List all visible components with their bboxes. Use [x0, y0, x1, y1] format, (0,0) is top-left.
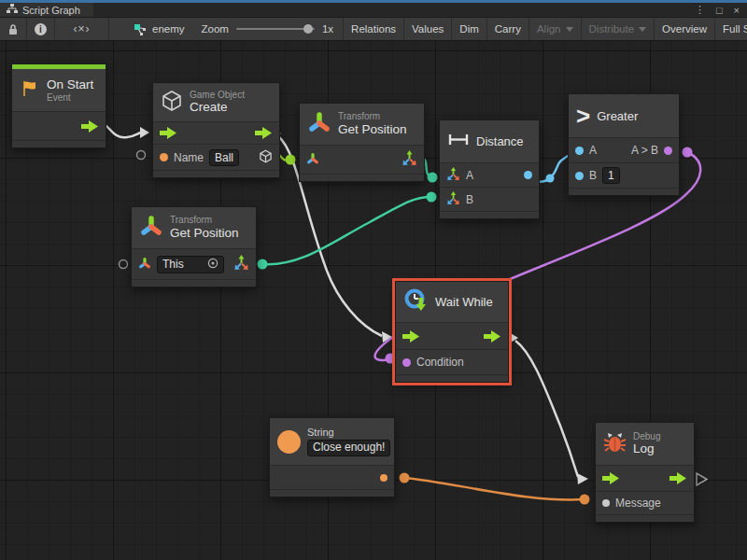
result-output-port[interactable]: [664, 147, 672, 155]
relations-button[interactable]: Relations: [343, 18, 403, 40]
distance-output-port[interactable]: [524, 171, 532, 179]
node-create-game-object[interactable]: Game Object Create Name Ball: [152, 82, 280, 178]
graph-toolbar: i ‹×› enemy Zoom 1x Relations: [0, 18, 747, 41]
string-output-port[interactable]: [380, 474, 388, 482]
code-view-icon: ‹×›: [74, 22, 91, 35]
zoom-slider-knob[interactable]: [303, 24, 313, 34]
transform-input-port[interactable]: [306, 152, 319, 168]
target-field[interactable]: This: [157, 256, 224, 273]
transform-icon: [139, 214, 163, 242]
node-header: Debug Log: [596, 423, 694, 466]
greater-icon: >: [576, 104, 590, 128]
flow-input-port[interactable]: [402, 330, 420, 343]
window-menu-icon[interactable]: ⋮: [695, 4, 705, 16]
node-footer: [440, 212, 539, 218]
transform-input-port[interactable]: [138, 257, 151, 273]
name-input-port[interactable]: [160, 153, 168, 161]
wait-while-icon: [403, 287, 429, 316]
gameobject-output-port[interactable]: [259, 149, 273, 166]
zoom-control: Zoom 1x: [192, 18, 344, 40]
fullscreen-button[interactable]: Full Screen: [714, 18, 747, 40]
input-a-port[interactable]: [575, 147, 584, 155]
flow-row: [596, 466, 694, 492]
position-output-port[interactable]: [233, 255, 249, 273]
node-header: Wait While: [396, 282, 508, 323]
name-field[interactable]: Ball: [209, 149, 239, 166]
flow-output-port[interactable]: [255, 127, 273, 139]
info-icon: i: [35, 23, 47, 35]
node-footer: [12, 141, 106, 147]
position-output-port[interactable]: [402, 150, 417, 169]
input-b-field[interactable]: 1: [602, 167, 620, 184]
overview-button[interactable]: Overview: [654, 18, 714, 40]
info-button[interactable]: i: [27, 18, 55, 40]
message-input-port[interactable]: [602, 499, 610, 507]
node-debug-log[interactable]: Debug Log Message: [595, 422, 695, 523]
target-value: This: [162, 258, 184, 271]
tab-bar: Script Graph ⋮ □ ×: [0, 3, 747, 18]
graph-name: enemy: [152, 23, 185, 35]
flow-input-port[interactable]: [160, 127, 177, 139]
output-row: [270, 466, 394, 490]
node-get-position-1[interactable]: Transform Get Position: [299, 103, 425, 182]
flow-output-port[interactable]: [669, 472, 687, 484]
node-wait-while[interactable]: Wait While Condition: [395, 281, 509, 383]
graph-icon: [134, 23, 147, 35]
node-greater[interactable]: > Greater A A > B B 1: [568, 93, 680, 196]
condition-label: Condition: [416, 356, 464, 369]
node-category: Transform: [170, 215, 239, 226]
node-title: Get Position: [338, 122, 407, 137]
node-header: String Close enough!: [270, 418, 394, 466]
node-category: Transform: [338, 111, 407, 122]
node-category: Debug: [633, 431, 660, 442]
input-a-row: A: [440, 163, 539, 188]
node-title: String: [307, 427, 390, 439]
vector3-input-port-a[interactable]: [446, 167, 460, 184]
node-footer: [569, 189, 679, 195]
node-header: > Greater: [569, 94, 679, 138]
graph-breadcrumb[interactable]: enemy: [109, 18, 192, 40]
maximize-icon[interactable]: □: [716, 5, 723, 16]
window-controls: ⋮ □ ×: [695, 3, 747, 17]
port-row: [300, 146, 424, 175]
node-footer: [596, 515, 694, 522]
node-header: Game Object Create: [153, 83, 279, 122]
name-row: Name Ball: [153, 145, 279, 171]
flow-row: [396, 323, 508, 350]
dim-button[interactable]: Dim: [451, 18, 486, 40]
cube-icon: [161, 90, 183, 116]
close-icon[interactable]: ×: [734, 5, 740, 16]
flag-icon: [20, 78, 40, 103]
node-footer: [153, 171, 279, 177]
flow-output-port[interactable]: [81, 120, 99, 133]
flow-input-port[interactable]: [602, 472, 620, 484]
values-button[interactable]: Values: [403, 18, 451, 40]
input-b-label: B: [589, 169, 597, 182]
string-value-field[interactable]: Close enough!: [307, 440, 390, 456]
flow-output-port[interactable]: [484, 330, 501, 343]
condition-input-port[interactable]: [402, 358, 411, 367]
node-footer: [132, 280, 256, 287]
node-string-literal[interactable]: String Close enough!: [269, 417, 395, 497]
lock-button[interactable]: [0, 18, 27, 40]
node-distance[interactable]: Distance A: [439, 119, 540, 219]
string-icon: [277, 430, 301, 454]
zoom-value: 1x: [322, 23, 333, 35]
carry-button[interactable]: Carry: [486, 18, 529, 40]
zoom-slider[interactable]: [236, 28, 315, 30]
object-picker-icon[interactable]: [207, 258, 218, 272]
flow-row: [153, 122, 279, 145]
distribute-dropdown: Distribute: [581, 18, 655, 40]
flow-row: [12, 112, 106, 141]
zoom-label: Zoom: [202, 23, 229, 35]
node-title: Log: [633, 441, 660, 456]
code-view-button[interactable]: ‹×›: [55, 18, 109, 40]
node-get-position-2[interactable]: Transform Get Position This: [131, 206, 257, 287]
node-on-start[interactable]: On Start Event: [11, 63, 106, 148]
tab-script-graph[interactable]: Script Graph: [0, 3, 93, 17]
input-b-port[interactable]: [575, 172, 584, 180]
name-label: Name: [174, 151, 204, 164]
lock-icon: [7, 23, 19, 35]
vector3-input-port-b[interactable]: [446, 191, 460, 208]
node-title: Wait While: [435, 295, 493, 309]
